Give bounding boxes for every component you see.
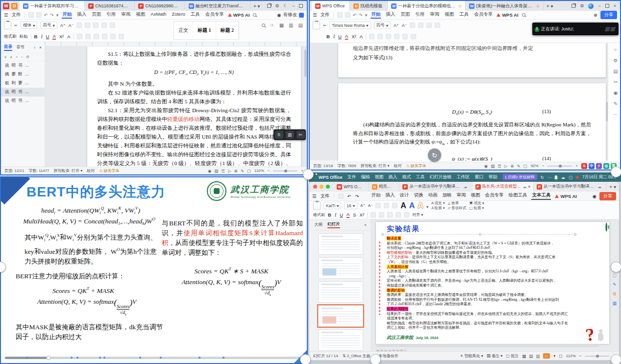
shading-icon[interactable] (110, 34, 116, 39)
zoom-slider[interactable] (547, 166, 572, 167)
more-icon[interactable]: ▾ (365, 13, 368, 18)
slide-thumbnail[interactable] (318, 329, 363, 351)
pen-icon[interactable]: ✎ (614, 101, 618, 106)
save-icon[interactable] (337, 12, 343, 18)
document-tab[interactable]: W 一种基于异构联邦学习的慢性疲… (20, 1, 85, 11)
document-page[interactable]: DS(x) = Dθ(SP, SJ) (13) (4)构建结构自适应的边界交割线… (338, 83, 606, 161)
macos-menu-item[interactable]: 窗口 (475, 174, 484, 180)
find-icon[interactable] (262, 23, 265, 28)
macos-menu-item[interactable]: 帮助 (489, 174, 497, 180)
font-family-select[interactable]: 楷体▾ (21, 22, 37, 29)
wps-ai-menu[interactable]: WPS AI (228, 12, 249, 18)
notes-button[interactable]: ☰ 备注 ▾ (487, 353, 502, 359)
document-tab[interactable]: W 一种基于分组边界的模糊低秩… ⊙ (388, 1, 466, 11)
document-tab[interactable]: P CN116992980A.PDF (135, 1, 185, 11)
ribbon-tab[interactable]: 视图 (470, 192, 480, 200)
copy-icon[interactable]: ▢ (612, 273, 617, 278)
close-pane-icon[interactable]: × (39, 45, 42, 50)
font-shrink-icon[interactable]: A⁻ (68, 23, 74, 28)
format-button[interactable]: I (335, 213, 336, 218)
redo-icon[interactable]: ↷ (355, 194, 359, 199)
scrollbar[interactable] (304, 49, 306, 77)
document-tab[interactable]: P 从一本语法书中学习翻译一门… ☁ (534, 182, 606, 192)
format-button[interactable]: U (338, 34, 342, 39)
nav-tab-contents[interactable]: 目录 (4, 44, 12, 51)
ribbon-tab[interactable]: 会员专享 (473, 11, 493, 19)
macos-menu-item[interactable]: 文件 (348, 174, 356, 180)
format-button[interactable]: A (360, 34, 363, 39)
view-mode-icon[interactable]: ▢ (247, 169, 251, 173)
align-left-icon[interactable] (77, 34, 82, 39)
undo-icon[interactable]: ↶ (353, 13, 357, 18)
chapter-dot[interactable] (99, 357, 101, 359)
wps-ai-menu[interactable]: WPS AI (555, 194, 576, 199)
edit-icon[interactable]: ✎ (613, 282, 617, 287)
zoom-out-icon[interactable]: − (21, 55, 23, 59)
normal-view-icon[interactable]: ▦ (522, 354, 526, 359)
selection-handle[interactable] (381, 233, 384, 236)
text-effect-button[interactable]: ◬ 效果 (447, 201, 466, 205)
zoom-level[interactable]: 92% (531, 164, 539, 168)
view-mode-icon[interactable]: ✎ (517, 164, 520, 169)
capture-s-icon[interactable]: S (275, 131, 283, 139)
view-mode-icon[interactable]: ▤ (214, 169, 218, 173)
paste-button[interactable]: 粘贴 (20, 34, 28, 40)
file-menu[interactable]: 文件 (321, 193, 330, 199)
table-icon[interactable]: ▦ (279, 23, 284, 28)
slide-thumbnail[interactable] (318, 257, 363, 279)
taskbar-overlay-icon[interactable]: 中 (589, 163, 595, 169)
undo-icon[interactable]: ↶ (44, 13, 48, 18)
format-button[interactable]: A (345, 33, 348, 40)
home-icon[interactable]: ◉ (593, 194, 596, 199)
cut-icon[interactable]: ✂ (14, 23, 18, 28)
chapter-dot[interactable] (139, 357, 141, 359)
expand-all-icon[interactable]: ∧ (10, 55, 13, 59)
undo-icon[interactable]: ↶ (348, 194, 351, 199)
document-tab[interactable]: W WPS Office (312, 1, 350, 11)
font-size-select[interactable]: 四号▾ (374, 22, 391, 29)
format-button[interactable]: U (340, 212, 343, 218)
lock-icon[interactable]: ⚙ (613, 291, 617, 296)
macos-menu-item[interactable]: 幻灯片放映 (430, 174, 452, 180)
text-style-dark[interactable]: A (400, 201, 406, 210)
resize-handle[interactable] (303, 169, 314, 180)
ribbon-tab[interactable]: 审阅 (429, 11, 440, 19)
justify-icon[interactable] (396, 212, 401, 218)
theme-indicator[interactable]: ⇅ 2_Office 主题 (343, 353, 371, 359)
format-button[interactable]: B (34, 34, 38, 39)
help-icon[interactable]: ◉ (614, 90, 618, 96)
format-painter-button[interactable]: 格式刷 (313, 212, 325, 218)
search-icon[interactable] (253, 13, 256, 17)
spellcheck-status[interactable]: 拼写检查: 打开 ▾ (361, 163, 390, 169)
selection-handle[interactable] (574, 233, 576, 236)
globe-icon[interactable] (588, 3, 594, 9)
align-left-icon[interactable] (371, 212, 376, 218)
capture-screen-icon[interactable]: ▥ (286, 131, 294, 139)
ribbon-tab[interactable]: 放映 (442, 192, 452, 200)
video-progress-bar[interactable] (5, 357, 303, 359)
ribbon-tab[interactable]: 页面 (91, 11, 101, 19)
font-grow-icon[interactable]: A⁺ (60, 23, 66, 28)
view-mode-icon[interactable]: ◉ (484, 164, 488, 169)
document-tab[interactable]: P 从一本语法书中学习翻译一门… ☁ (399, 182, 472, 192)
font-size-select[interactable]: 16▾ (344, 202, 357, 209)
ribbon-tab[interactable]: 会员专享 (205, 11, 224, 19)
border-icon[interactable] (119, 34, 124, 39)
macos-menu-item[interactable]: 工具 (416, 174, 425, 180)
minimize-button[interactable]: − (598, 3, 600, 8)
selection-handle[interactable] (479, 233, 481, 236)
skin-icon[interactable]: ⚙ (580, 3, 584, 8)
outline-item[interactable]: 说明书… (1, 97, 45, 105)
chapter-dot[interactable] (26, 357, 28, 359)
document-page[interactable]: 组边界先进行降维处理，将获得边界线附近不同固定区域的中间边界降维，并定 义为如下… (338, 43, 606, 77)
save-icon[interactable] (28, 12, 34, 18)
text-style-outline[interactable]: A (418, 201, 423, 210)
border-icon[interactable] (411, 34, 416, 39)
view-mode-icon[interactable]: ◉ (208, 169, 211, 173)
close-button[interactable] (313, 185, 317, 189)
justify-icon[interactable] (394, 34, 399, 39)
proofread-button[interactable]: 校对 (394, 163, 401, 169)
capture-clip-icon[interactable]: ✂ (297, 131, 305, 139)
taskbar-overlay-icon[interactable]: S (581, 163, 587, 169)
skin-icon[interactable]: ⚙ (275, 3, 279, 8)
